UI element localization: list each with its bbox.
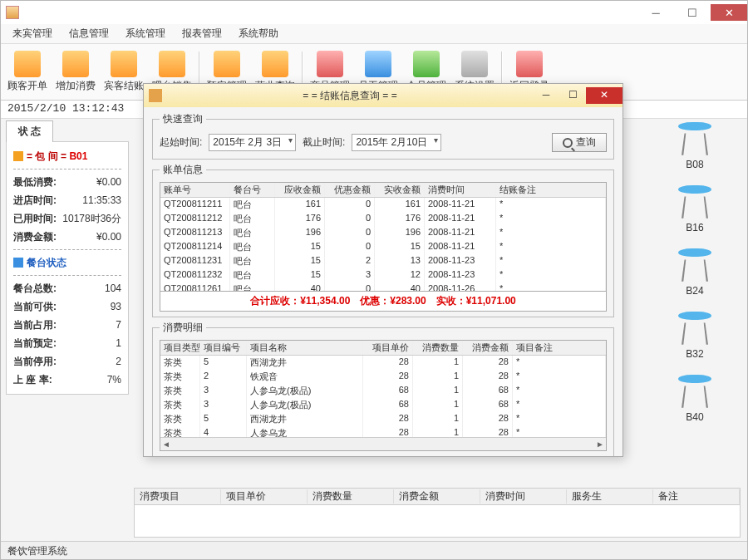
table-status-heading: 餐台状态 [13, 253, 121, 272]
table-row[interactable]: QT200811231吧台152132008-11-23* [160, 254, 606, 268]
grid-col: 优惠金额 [325, 183, 375, 197]
table-row[interactable]: QT200811213吧台19601962008-11-21* [160, 226, 606, 240]
grid-col: 餐台号 [230, 183, 275, 197]
status-box: = 包 间 = B01 最低消费:¥0.00进店时间:11:35:33已用时间:… [6, 141, 129, 395]
toolbar-button[interactable]: 宾客结账 [101, 47, 147, 98]
table-row[interactable]: QT200811211吧台16101612008-11-21* [160, 198, 606, 212]
bill-grid[interactable]: 账单号餐台号应收金额优惠金额实收金额消费时间结账备注 QT200811211吧台… [160, 182, 607, 292]
end-date-picker[interactable]: 2015年 2月10日 [352, 134, 441, 151]
status-row: 当前占用:7 [13, 316, 121, 334]
toolbar-label: 宾客结账 [104, 79, 144, 93]
bill-grid-header: 账单号餐台号应收金额优惠金额实收金额消费时间结账备注 [160, 183, 606, 198]
table-row[interactable]: QT200811214吧台150152008-11-21* [160, 240, 606, 254]
toolbar-icon [516, 51, 543, 77]
table-name: B16 [686, 222, 703, 233]
statusbar: 餐饮管理系统 [1, 541, 747, 559]
maximize-button[interactable]: ☐ [674, 4, 711, 21]
status-row: 餐台总数:104 [13, 279, 121, 297]
table-row[interactable]: QT200811261吧台400402008-11-26* [160, 282, 606, 291]
status-row: 当前预定:1 [13, 334, 121, 352]
detail-grid-header: 项目类型项目编号项目名称项目单价消费数量消费金额项目备注 [160, 341, 606, 356]
grid-col: 应收金额 [275, 183, 325, 197]
menu-item[interactable]: 信息管理 [61, 24, 117, 43]
query-button[interactable]: 查询 [552, 133, 607, 152]
detail-fieldset: 消费明细 项目类型项目编号项目名称项目单价消费数量消费金额项目备注 茶类5西湖龙… [152, 321, 614, 456]
toolbar-button[interactable]: 顾客开单 [4, 47, 51, 98]
detail-grid-body[interactable]: 茶类5西湖龙井28128*茶类2铁观音28128*茶类3人参乌龙(极品)6816… [160, 356, 606, 437]
menubar: 来宾管理信息管理系统管理报表管理系统帮助 [1, 24, 747, 44]
close-button[interactable]: ✕ [711, 4, 747, 21]
grid-col: 项目类型 [160, 341, 200, 355]
grid-col: 备注 [653, 489, 740, 504]
quick-query-fieldset: 快速查询 起始时间: 2015年 2月 3日 截止时间: 2015年 2月10日… [152, 112, 614, 160]
dialog-close-button[interactable]: ✕ [586, 87, 623, 104]
toolbar-icon [461, 51, 488, 77]
main-titlebar: ─ ☐ ✕ [1, 1, 747, 24]
detail-grid[interactable]: 项目类型项目编号项目名称项目单价消费数量消费金额项目备注 茶类5西湖龙井2812… [160, 340, 607, 451]
table-item[interactable]: B24 [666, 248, 724, 297]
room-heading: = 包 间 = B01 [13, 147, 121, 165]
grid-col: 项目单价 [221, 489, 308, 504]
table-name: B40 [686, 411, 703, 423]
table-row[interactable]: 茶类3人参乌龙(极品)68168* [160, 398, 606, 412]
detail-hscroll[interactable]: ◄► [160, 437, 606, 450]
grid-col: 消费项目 [135, 489, 221, 504]
minimize-button[interactable]: ─ [637, 4, 674, 21]
grid-col: 账单号 [160, 183, 230, 197]
quick-query-legend: 快速查询 [160, 112, 206, 126]
bill-grid-body[interactable]: QT200811211吧台16101612008-11-21*QT2008112… [160, 198, 606, 291]
toolbar-label: 顾客开单 [7, 79, 47, 93]
table-item[interactable]: B32 [666, 312, 724, 360]
table-item[interactable]: B40 [666, 375, 724, 423]
status-tab[interactable]: 状 态 [6, 120, 53, 142]
room-heading-label: 包 间 [35, 150, 57, 162]
menu-item[interactable]: 来宾管理 [4, 24, 61, 43]
query-button-label: 查询 [576, 135, 596, 150]
table-icon [673, 185, 716, 219]
grid-col: 实收金额 [375, 183, 425, 197]
status-row: 上 座 率:7% [13, 371, 121, 389]
dialog-title: = = 结账信息查询 = = [167, 89, 533, 103]
table-row[interactable]: 茶类4人参乌龙28128* [160, 426, 606, 437]
table-icon [673, 122, 716, 155]
table-row[interactable]: 茶类5西湖龙井28128* [160, 356, 606, 370]
menu-item[interactable]: 系统帮助 [230, 24, 287, 43]
grid-col: 消费时间 [480, 489, 567, 504]
grid-col: 项目编号 [200, 341, 247, 355]
status-row: 当前停用:2 [13, 352, 121, 371]
room-code: B01 [69, 150, 87, 162]
table-item[interactable]: B16 [666, 185, 724, 233]
app-icon [6, 6, 19, 19]
table-row[interactable]: QT200811212吧台17601762008-11-21* [160, 212, 606, 226]
grid-col: 项目备注 [513, 341, 606, 355]
menu-item[interactable]: 报表管理 [174, 24, 230, 43]
toolbar-button[interactable]: 增加消费 [52, 47, 99, 98]
grid-col: 消费金额 [463, 341, 513, 355]
dialog-maximize-button[interactable]: ☐ [559, 87, 586, 104]
grid-col: 项目名称 [247, 341, 363, 355]
start-date-picker[interactable]: 2015年 2月 3日 [209, 134, 296, 151]
toolbar-icon [413, 51, 440, 77]
table-status-label: 餐台状态 [27, 253, 66, 272]
bill-info-legend: 账单信息 [160, 163, 206, 177]
end-date-label: 截止时间: [303, 135, 345, 150]
toolbar-icon [317, 51, 343, 77]
grid-col: 结账备注 [496, 183, 606, 197]
dialog-icon [149, 89, 162, 102]
table-row[interactable]: QT200811232吧台153122008-11-23* [160, 268, 606, 282]
table-row[interactable]: 茶类2铁观音28128* [160, 370, 606, 384]
status-row: 已用时间:10178时36分 [13, 209, 121, 228]
window-buttons: ─ ☐ ✕ [637, 4, 747, 21]
table-icon [673, 375, 716, 408]
table-row[interactable]: 茶类3人参乌龙(极品)68168* [160, 384, 606, 398]
table-item[interactable]: B08 [666, 122, 724, 170]
status-row: 进店时间:11:35:33 [13, 191, 121, 209]
house-icon [13, 151, 23, 161]
grid-col: 消费数量 [413, 341, 463, 355]
consumption-grid[interactable]: 消费项目项目单价消费数量消费金额消费时间服务生备注 [134, 488, 741, 538]
grid-col: 消费金额 [394, 489, 480, 504]
toolbar-icon [62, 51, 89, 77]
table-row[interactable]: 茶类5西湖龙井28128* [160, 412, 606, 426]
menu-item[interactable]: 系统管理 [117, 24, 174, 43]
dialog-minimize-button[interactable]: ─ [533, 87, 559, 104]
